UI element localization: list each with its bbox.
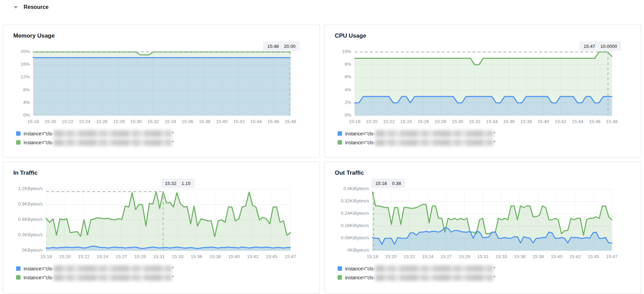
legend-label-suffix: "	[172, 131, 174, 136]
x-axis: 15:1815:2015:2215:2415:2615:2815:3015:32…	[355, 119, 612, 125]
x-axis-label: 15:32	[469, 119, 481, 124]
legend-item-blue[interactable]: instance="cls-"	[338, 130, 631, 137]
tooltip-value: 1.15	[182, 181, 190, 186]
y-axis-label: 6%	[344, 74, 351, 79]
legend-swatch-icon	[16, 266, 21, 271]
x-axis-label: 15:42	[233, 119, 245, 124]
legend-label-prefix: instance="cls-	[345, 275, 375, 280]
y-axis-label: 8%	[344, 62, 351, 67]
y-axis-label: 0.6KBytes/s	[18, 217, 43, 222]
x-axis-label: 15:45	[588, 254, 599, 259]
x-axis-label: 15:30	[452, 119, 463, 124]
legend-label-suffix: "	[494, 140, 495, 145]
x-axis-label: 15:48	[285, 119, 296, 124]
chart-title: Memory Usage	[13, 32, 309, 40]
legend-label: instance="cls-"	[24, 139, 174, 146]
legend-label-prefix: instance="cls-	[345, 266, 375, 271]
x-axis-label: 15:32	[147, 119, 159, 124]
x-axis-label: 15:33	[172, 254, 184, 259]
chart-title: CPU Usage	[335, 32, 631, 40]
y-axis-label: 12%	[21, 74, 30, 79]
chart-out-traffic: 15:18 0.38 0KiBytes/s0.08KiBytes/s0.16Ki…	[335, 189, 631, 281]
x-axis-label: 15:18	[40, 254, 52, 259]
y-axis-label: 0.08KiBytes/s	[341, 235, 369, 240]
x-axis-label: 15:29	[459, 254, 470, 259]
legend-label-prefix: instance="cls-	[345, 140, 375, 145]
legend-label: instance="cls-"	[345, 274, 495, 281]
x-axis-label: 15:34	[486, 119, 498, 124]
x-axis-label: 15:22	[78, 254, 90, 259]
chart-plot-area[interactable]	[46, 189, 290, 251]
x-axis-label: 15:44	[572, 119, 583, 124]
x-axis-label: 15:48	[606, 119, 618, 124]
chart-legend: instance="cls-"instance="cls-"	[338, 265, 631, 281]
legend-item-blue[interactable]: instance="cls-"	[16, 265, 309, 272]
chart-plot-area[interactable]	[355, 52, 612, 116]
x-axis-label: 15:36	[503, 119, 515, 124]
x-axis-label: 15:46	[267, 119, 279, 124]
panel-memory-usage: Memory Usage 15:48 20.00 0%4%8%12%16%20%…	[3, 25, 320, 158]
x-axis-label: 15:40	[216, 119, 228, 124]
tooltip-value: 10.0000	[600, 44, 617, 49]
x-axis-label: 15:22	[62, 119, 73, 124]
y-axis-label: 0%	[344, 112, 351, 118]
legend-swatch-icon	[16, 140, 21, 145]
x-axis-label: 15:18	[349, 119, 360, 124]
legend-item-green[interactable]: instance="cls-"	[16, 274, 309, 281]
x-axis-label: 15:36	[190, 254, 202, 259]
y-axis-label: 0.24KiBytes/s	[341, 211, 369, 216]
y-axis-label: 0KiBytes/s	[347, 248, 369, 253]
x-axis-label: 15:47	[285, 254, 296, 259]
y-axis-label: 1.2KBytes/s	[18, 186, 43, 191]
x-axis: 15:1815:2015:2215:2415:2715:2915:3115:33…	[46, 254, 290, 260]
y-axis-label: 0.9KBytes/s	[18, 201, 43, 206]
legend-item-blue[interactable]: instance="cls-"	[338, 265, 631, 272]
x-axis-label: 15:42	[247, 254, 259, 259]
x-axis-label: 15:38	[199, 119, 210, 124]
legend-swatch-icon	[16, 131, 21, 136]
chart-plot-area[interactable]	[33, 52, 290, 116]
legend-label: instance="cls-"	[345, 130, 495, 137]
y-axis-label: 20%	[21, 49, 30, 54]
legend-swatch-icon	[338, 275, 342, 280]
legend-label-suffix: "	[494, 266, 495, 271]
legend-label: instance="cls-"	[345, 265, 495, 272]
legend-label: instance="cls-"	[24, 274, 174, 281]
legend-label-prefix: instance="cls-	[24, 266, 53, 271]
legend-label-prefix: instance="cls-	[24, 140, 53, 145]
chart-plot-area[interactable]	[372, 189, 612, 251]
x-axis-label: 15:18	[367, 254, 378, 259]
legend-label: instance="cls-"	[24, 265, 174, 272]
x-axis-label: 15:24	[400, 119, 412, 124]
legend-label-suffix: "	[172, 266, 174, 271]
legend-item-green[interactable]: instance="cls-"	[338, 274, 631, 281]
x-axis-label: 15:20	[44, 119, 56, 124]
chart-title: In Traffic	[13, 169, 309, 177]
x-axis-label: 15:38	[520, 119, 532, 124]
legend-item-blue[interactable]: instance="cls-"	[16, 130, 309, 137]
x-axis-label: 15:45	[266, 254, 277, 259]
y-axis-label: 2%	[344, 100, 351, 105]
redacted-instance-id	[375, 265, 493, 272]
collapse-caret-icon[interactable]	[14, 6, 18, 9]
crosshair-tooltip: 15:47 10.0000	[579, 41, 621, 51]
x-axis-label: 15:20	[366, 119, 378, 124]
chart-legend: instance="cls-"instance="cls-"	[16, 130, 309, 146]
x-axis-label: 15:40	[228, 254, 240, 259]
tooltip-time: 15:48	[267, 44, 279, 49]
y-axis: 0KiBytes/s0.08KiBytes/s0.16KiBytes/s0.24…	[335, 189, 372, 251]
redacted-instance-id	[375, 139, 493, 146]
y-axis-label: 8%	[23, 87, 30, 92]
legend-item-green[interactable]: instance="cls-"	[338, 139, 631, 146]
y-axis: 0%2%4%6%8%10%	[335, 52, 355, 116]
x-axis-label: 15:31	[477, 254, 489, 259]
crosshair-tooltip: 15:48 20.00	[263, 41, 300, 51]
y-axis-label: 4%	[23, 100, 30, 105]
x-axis-label: 15:46	[589, 119, 601, 124]
legend-label: instance="cls-"	[345, 139, 495, 146]
panel-cpu-usage: CPU Usage 15:47 10.0000 0%2%4%6%8%10% 15…	[324, 25, 641, 158]
legend-label-prefix: instance="cls-	[24, 275, 53, 280]
legend-item-green[interactable]: instance="cls-"	[16, 139, 309, 146]
x-axis-label: 15:42	[555, 119, 566, 124]
panel-out-traffic: Out Traffic 15:18 0.38 0KiBytes/s0.08KiB…	[324, 162, 641, 294]
